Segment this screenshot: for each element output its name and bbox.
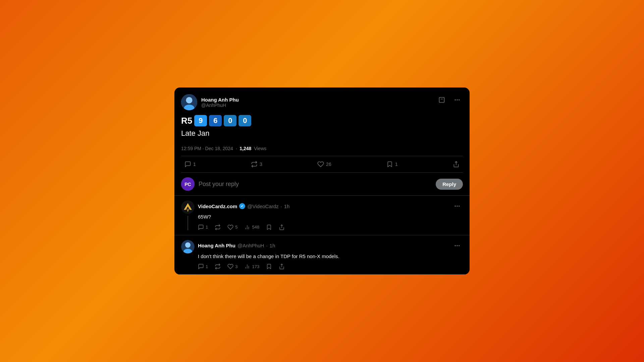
comment-2-username: @AnhPhuH [237, 243, 264, 248]
svg-point-25 [455, 245, 456, 246]
comment-1-username: @VideoCardz [247, 203, 278, 209]
reply-action[interactable]: 1 [181, 159, 199, 170]
comment-2-reply-action[interactable]: 1 [198, 263, 208, 269]
comment-2-display-name: Hoang Anh Phu [198, 243, 235, 248]
comment-1-display-name: VideoCardz.com [198, 203, 237, 209]
author-avatar[interactable] [181, 94, 197, 110]
share-action[interactable] [449, 159, 463, 170]
svg-rect-3 [439, 98, 444, 103]
comment-2-actions: 1 [198, 263, 463, 269]
reply-input-placeholder[interactable]: Post your reply [199, 181, 432, 188]
r5-label: R5 [181, 116, 192, 126]
comment-1-header: VideoCardz.com @VideoCardz · 1h [198, 200, 463, 212]
tweet-header: Hoang Anh Phu @AnhPhuH [181, 94, 463, 110]
comment-1-more-button[interactable] [451, 200, 463, 212]
comment-1-inner: V VideoCardz.com [181, 200, 463, 230]
comment-2-share-action[interactable] [279, 263, 285, 269]
compose-icon-button[interactable] [436, 94, 447, 106]
svg-point-1 [186, 97, 192, 103]
comment-1-author: VideoCardz.com @VideoCardz · 1h [198, 203, 289, 209]
reply-count: 1 [193, 162, 196, 167]
comment-2-left [181, 240, 195, 270]
comment-1-avatar[interactable]: V [181, 200, 195, 214]
comment-2-more-button[interactable] [451, 240, 463, 251]
comment-1-retweet-action[interactable] [215, 224, 221, 230]
author-display-name: Hoang Anh Phu [201, 97, 239, 103]
svg-point-26 [457, 245, 458, 246]
like-action[interactable]: 26 [314, 159, 335, 170]
r5-model-line: R5 9 6 0 0 [181, 115, 463, 126]
tweet-header-actions [436, 94, 463, 106]
comment-2-time: 1h [270, 243, 275, 248]
tweet-actions-bar: 1 3 26 1 [181, 156, 463, 173]
svg-point-15 [455, 205, 456, 206]
comment-2-like-count: 3 [235, 264, 237, 269]
comment-2-header: Hoang Anh Phu @AnhPhuH · 1h [198, 240, 463, 251]
svg-point-6 [457, 99, 458, 100]
comments-section: V VideoCardz.com [174, 196, 470, 275]
comment-1-actions: 1 [198, 224, 463, 230]
comment-1-like-action[interactable]: 5 [227, 224, 237, 230]
bookmark-count: 1 [395, 162, 398, 167]
comment-1-views-count: 548 [252, 225, 259, 230]
comment-1-reply-action[interactable]: 1 [198, 224, 208, 230]
comment-1-like-count: 5 [235, 225, 237, 230]
comment-2-bookmark-action[interactable] [266, 263, 272, 269]
bookmark-action[interactable]: 1 [383, 159, 401, 170]
svg-text:PC: PC [184, 182, 191, 187]
verified-badge [239, 203, 245, 209]
tweet-views-count: 1,248 [239, 146, 251, 151]
thread-line-1 [187, 216, 188, 230]
comment-2-views-action[interactable]: 173 [244, 263, 259, 269]
comment-1-left: V [181, 200, 195, 230]
author-info: Hoang Anh Phu @AnhPhuH [201, 97, 239, 108]
comment-2-inner: Hoang Anh Phu @AnhPhuH · 1h [181, 240, 463, 270]
reply-box: PC Post your reply Reply [174, 173, 470, 196]
comment-1: V VideoCardz.com [174, 196, 470, 235]
svg-point-16 [457, 205, 458, 206]
retweet-count: 3 [260, 162, 262, 167]
comment-1-bookmark-action[interactable] [266, 224, 272, 230]
comment-2-right: Hoang Anh Phu @AnhPhuH · 1h [198, 240, 463, 270]
reply-user-avatar: PC [181, 177, 195, 191]
retweet-action[interactable]: 3 [248, 159, 266, 170]
digit-0a-badge: 0 [224, 115, 236, 126]
digit-9-badge: 9 [194, 115, 207, 126]
svg-text:V: V [187, 208, 189, 212]
reply-button[interactable]: Reply [436, 179, 463, 190]
views-label: Views [254, 146, 266, 151]
comment-1-views-action[interactable]: 548 [244, 224, 259, 230]
digit-6-badge: 6 [209, 115, 222, 126]
comment-2-author: Hoang Anh Phu @AnhPhuH · 1h [198, 243, 275, 248]
svg-point-27 [459, 245, 460, 246]
comment-2-views-count: 173 [252, 264, 259, 269]
digit-0b-badge: 0 [238, 115, 251, 126]
comment-2-avatar[interactable] [181, 240, 195, 253]
more-options-button[interactable] [451, 94, 463, 106]
comment-2: Hoang Anh Phu @AnhPhuH · 1h [174, 235, 470, 275]
comment-1-right: VideoCardz.com @VideoCardz · 1h [198, 200, 463, 230]
tweet-timestamp: 12:59 PM · Dec 18, 2024 [181, 146, 233, 151]
tweet-text: Late Jan [181, 129, 463, 138]
comment-1-time: 1h [284, 203, 290, 209]
comment-2-text: I don't think there will be a change in … [198, 253, 463, 260]
comment-2-retweet-action[interactable] [215, 263, 221, 269]
like-count: 26 [326, 162, 331, 167]
svg-point-23 [185, 242, 191, 248]
comment-1-share-action[interactable] [279, 224, 285, 230]
comment-2-like-action[interactable]: 3 [227, 263, 237, 269]
svg-point-17 [459, 205, 460, 206]
tweet-content: R5 9 6 0 0 Late Jan [181, 115, 463, 138]
comment-1-reply-count: 1 [206, 225, 208, 230]
main-tweet: Hoang Anh Phu @AnhPhuH [174, 87, 470, 173]
svg-point-5 [455, 99, 456, 100]
comment-2-reply-count: 1 [206, 264, 208, 269]
tweet-author-section: Hoang Anh Phu @AnhPhuH [181, 94, 239, 110]
tweet-card: Hoang Anh Phu @AnhPhuH [174, 87, 470, 275]
author-username: @AnhPhuH [201, 103, 239, 108]
svg-point-7 [459, 99, 460, 100]
tweet-meta: 12:59 PM · Dec 18, 2024 · 1,248 Views [181, 142, 463, 156]
comment-1-text: 65W? [198, 213, 463, 221]
